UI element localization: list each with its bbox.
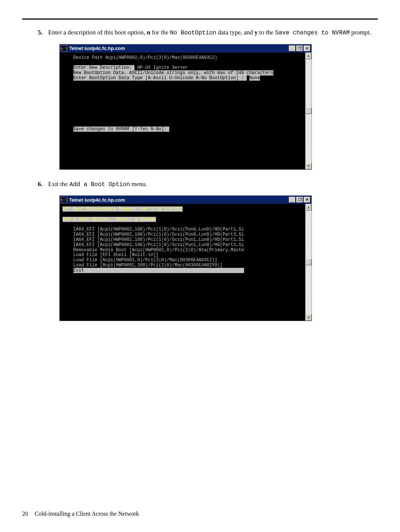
scroll-down-icon[interactable]: ▾ [306, 163, 311, 169]
top-rule [22, 18, 378, 20]
close-button[interactable]: ✕ [304, 46, 310, 51]
page-footer: 20Cold-installing a Client Across the Ne… [22, 511, 139, 517]
titlebar-1: c:\ Telnet iuxlp4c.fc.hp.com _ ❐ ✕ [60, 44, 311, 53]
telnet-window-2: c:\ Telnet iuxlp4c.fc.hp.com _ ❐ ✕ EFI B… [59, 195, 312, 321]
terminal-2: EFI Boot Maintenance Manager ver 1.10 [1… [60, 204, 305, 321]
step-6: 6.Exit the Add a Boot Option menu. [48, 180, 378, 189]
step-6-num: 6. [38, 180, 48, 189]
minimize-button[interactable]: _ [289, 197, 296, 203]
close-button[interactable]: ✕ [304, 197, 310, 203]
scroll-track[interactable] [306, 59, 311, 163]
efi-header: EFI Boot Maintenance Manager ver 1.10 [1… [63, 206, 183, 212]
terminal-1: Device Path Acpi(HWP0002,0)/Pci(3|0)/Mac… [60, 53, 305, 169]
scroll-track[interactable] [306, 211, 311, 314]
scroll-thumb[interactable] [306, 259, 311, 265]
page-number: 20 [22, 511, 28, 517]
maximize-button[interactable]: ❐ [296, 46, 303, 51]
scroll-thumb[interactable] [306, 107, 311, 114]
minimize-button[interactable]: _ [289, 46, 296, 51]
cmd-icon: c:\ [61, 46, 67, 51]
scroll-up-icon[interactable]: ▴ [306, 53, 311, 59]
telnet-window-1: c:\ Telnet iuxlp4c.fc.hp.com _ ❐ ✕ Devic… [59, 44, 312, 170]
footer-text: Cold-installing a Client Across the Netw… [35, 511, 139, 517]
scrollbar-1[interactable]: ▴ ▾ [305, 53, 311, 169]
window-title-2: Telnet iuxlp4c.fc.hp.com [69, 197, 289, 203]
add-boot-option-header: Add a Boot Option. Select a Volume [63, 217, 156, 222]
scroll-up-icon[interactable]: ▴ [306, 204, 311, 211]
window-title-1: Telnet iuxlp4c.fc.hp.com [69, 46, 289, 51]
exit-menu-item: Exit [73, 268, 244, 273]
cmd-icon: c:\ [61, 197, 67, 203]
scroll-down-icon[interactable]: ▾ [306, 314, 311, 321]
maximize-button[interactable]: ❐ [296, 197, 303, 203]
scrollbar-2[interactable]: ▴ ▾ [305, 204, 311, 321]
titlebar-2: c:\ Telnet iuxlp4c.fc.hp.com _ ❐ ✕ [60, 196, 311, 204]
step-5-num: 5. [38, 28, 48, 37]
step-5: 5.Enter a description of this boot optio… [48, 28, 378, 37]
